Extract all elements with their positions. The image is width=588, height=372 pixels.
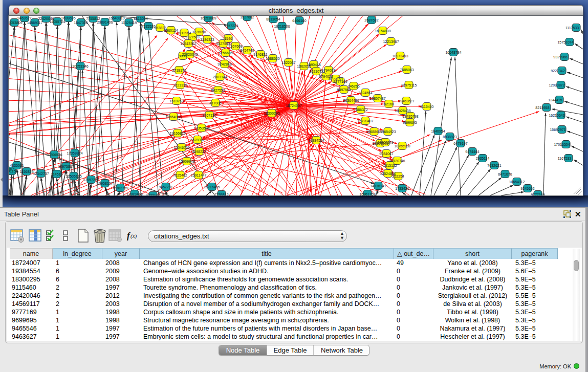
svg-text:(x): (x) [130,233,137,239]
